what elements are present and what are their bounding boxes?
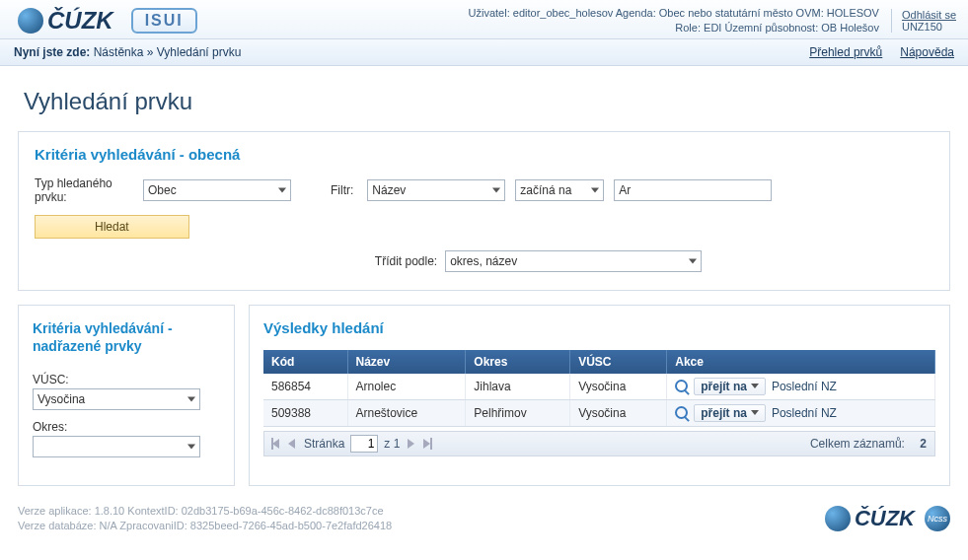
vusc-select[interactable]: Vysočina <box>33 388 200 410</box>
okres-select[interactable] <box>33 436 200 457</box>
pager-prev-icon[interactable] <box>288 438 298 450</box>
link-overview[interactable]: Přehled prvků <box>809 45 882 59</box>
pager: Stránka z 1 Celkem záznamů: 2 <box>263 431 935 456</box>
pager-page-label: Stránka <box>304 437 344 451</box>
search-icon[interactable] <box>675 406 688 419</box>
logo-area: ČÚZK ISUI <box>18 7 197 35</box>
cell-nazev: Arnolec <box>347 374 466 400</box>
search-button[interactable]: Hledat <box>35 215 189 239</box>
filter-label: Filtr: <box>331 183 353 197</box>
cell-kod: 509388 <box>263 399 347 426</box>
user-line-2: Role: EDI Územní působnost: OB Holešov <box>469 21 879 35</box>
page-title: Vyhledání prvku <box>24 88 968 115</box>
search-icon[interactable] <box>675 380 688 392</box>
type-label: Typ hledaného prvku: <box>35 176 129 205</box>
footer-line-2: Verze databáze: N/A ZpracovaniID: 8325be… <box>18 519 392 533</box>
col-vusc[interactable]: VÚSC <box>570 350 667 374</box>
filter-value-input[interactable]: Ar <box>614 179 772 201</box>
logo-cuzk[interactable]: ČÚZK <box>18 7 113 35</box>
logo-cuzk-text: ČÚZK <box>47 7 113 35</box>
breadcrumb-bar: Nyní jste zde: Nástěnka » Vyhledání prvk… <box>0 39 968 66</box>
okres-label: Okres: <box>33 420 220 434</box>
type-select[interactable]: Obec <box>143 179 291 201</box>
last-nz-link[interactable]: Poslední NZ <box>772 380 837 393</box>
pager-last-icon[interactable] <box>421 438 431 450</box>
cell-okres: Jihlava <box>466 374 570 400</box>
last-nz-link[interactable]: Poslední NZ <box>772 406 837 420</box>
table-row: 509388ArneštovicePelhřimovVysočinapřejít… <box>263 399 935 426</box>
panel-criteria-parent: Kritéria vyhledávání - nadřazené prvky V… <box>18 305 235 486</box>
pager-total-label: Celkem záznamů: <box>810 437 905 451</box>
filter-op-select[interactable]: začíná na <box>515 179 604 201</box>
pager-of: z 1 <box>384 437 400 451</box>
pager-total: 2 <box>920 437 927 451</box>
cell-okres: Pelhřimov <box>466 399 570 426</box>
cell-nazev: Arneštovice <box>347 399 466 426</box>
panel-results: Výsledky hledání Kód Název Okres VÚSC Ak… <box>249 305 950 486</box>
breadcrumb-label: Nyní jste zde: <box>14 45 90 59</box>
cell-akce: přejít naPoslední NZ <box>667 374 935 400</box>
col-akce: Akce <box>667 350 935 374</box>
sort-label: Třídit podle: <box>375 254 437 268</box>
footer-line-1: Verze aplikace: 1.8.10 KontextID: 02db31… <box>18 504 392 519</box>
criteria-parent-title: Kritéria vyhledávání - nadřazené prvky <box>33 319 220 355</box>
pager-next-icon[interactable] <box>406 438 415 450</box>
cell-akce: přejít naPoslední NZ <box>667 399 935 426</box>
criteria-general-title: Kritéria vyhledávání - obecná <box>35 146 933 163</box>
breadcrumb-path: Nástěnka » Vyhledání prvku <box>94 45 242 59</box>
col-okres[interactable]: Okres <box>466 350 570 374</box>
table-row: 586854ArnolecJihlavaVysočinapřejít naPos… <box>263 374 935 400</box>
filter-attr-select[interactable]: Název <box>367 179 505 201</box>
globe-icon <box>18 8 43 34</box>
footer-logo-ncss[interactable]: Ncss <box>925 506 950 531</box>
logout-link[interactable]: Odhlásit se <box>902 9 956 21</box>
panel-criteria-general: Kritéria vyhledávání - obecná Typ hledan… <box>18 131 950 291</box>
vusc-label: VÚSC: <box>33 373 220 386</box>
top-bar: ČÚZK ISUI Uživatel: editor_obec_holesov … <box>0 0 968 39</box>
cell-vusc: Vysočina <box>570 374 667 400</box>
pager-page-input[interactable] <box>350 435 378 453</box>
footer-logo-cuzk[interactable]: ČÚZK <box>825 506 915 531</box>
results-title: Výsledky hledání <box>263 319 935 336</box>
col-nazev[interactable]: Název <box>347 350 466 374</box>
logo-isui[interactable]: ISUI <box>131 8 197 34</box>
cell-kod: 586854 <box>263 374 347 400</box>
logout-code: UNZ150 <box>902 21 942 33</box>
user-line-1: Uživatel: editor_obec_holesov Agenda: Ob… <box>469 6 879 21</box>
logout-area: Odhlásit se UNZ150 <box>891 9 956 33</box>
globe-icon <box>825 506 851 531</box>
footer: Verze aplikace: 1.8.10 KontextID: 02db31… <box>0 498 968 546</box>
results-table: Kód Název Okres VÚSC Akce 586854ArnolecJ… <box>263 350 935 427</box>
go-to-button[interactable]: přejít na <box>694 404 766 422</box>
user-info: Uživatel: editor_obec_holesov Agenda: Ob… <box>469 6 879 36</box>
go-to-button[interactable]: přejít na <box>694 378 766 395</box>
cell-vusc: Vysočina <box>570 399 667 426</box>
col-kod[interactable]: Kód <box>263 350 347 374</box>
pager-first-icon[interactable] <box>272 438 282 450</box>
sort-select[interactable]: okres, název <box>445 250 702 272</box>
link-help[interactable]: Nápověda <box>900 45 954 59</box>
